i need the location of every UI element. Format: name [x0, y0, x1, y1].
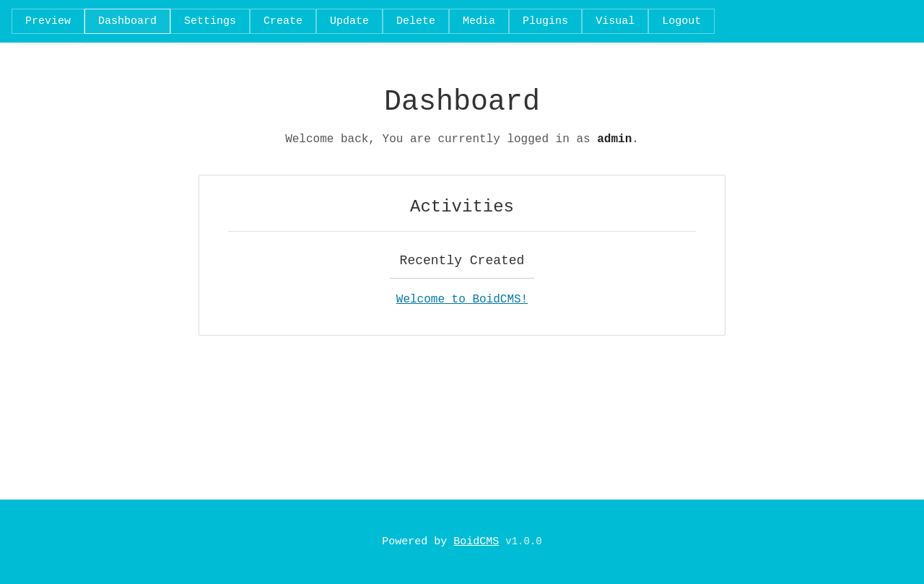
activities-divider [228, 231, 696, 232]
powered-by-text: Powered by [382, 536, 453, 548]
username: admin [597, 133, 632, 146]
recently-created-title: Recently Created [400, 253, 525, 268]
recent-items-list: Welcome to BoidCMS! [396, 293, 528, 306]
page-title: Dashboard [384, 86, 540, 118]
activities-title: Activities [228, 197, 696, 217]
footer-version: v1.0.0 [505, 536, 541, 547]
nav-item-dashboard[interactable]: Dashboard [84, 9, 170, 34]
nav-item-create[interactable]: Create [250, 9, 316, 34]
nav-item-logout[interactable]: Logout [648, 9, 715, 34]
welcome-prefix: Welcome back, You are currently logged i… [285, 133, 597, 146]
main-content: Dashboard Welcome back, You are currentl… [0, 43, 924, 500]
welcome-suffix: . [632, 133, 639, 146]
recent-item-link[interactable]: Welcome to BoidCMS! [396, 293, 528, 306]
activities-card: Activities Recently Created Welcome to B… [199, 175, 725, 336]
nav-item-media[interactable]: Media [449, 9, 509, 34]
recently-created-divider [390, 278, 534, 279]
welcome-message: Welcome back, You are currently logged i… [285, 133, 639, 146]
recently-created-section: Recently Created Welcome to BoidCMS! [228, 253, 696, 306]
nav-item-visual[interactable]: Visual [582, 9, 648, 34]
nav-item-update[interactable]: Update [316, 9, 383, 34]
main-nav: PreviewDashboardSettingsCreateUpdateDele… [0, 0, 924, 43]
site-footer: Powered by BoidCMS v1.0.0 [0, 500, 924, 584]
nav-item-settings[interactable]: Settings [170, 9, 250, 34]
nav-item-preview[interactable]: Preview [12, 9, 84, 34]
footer-text: Powered by BoidCMS v1.0.0 [14, 536, 910, 548]
nav-item-delete[interactable]: Delete [383, 9, 449, 34]
nav-item-plugins[interactable]: Plugins [509, 9, 582, 34]
footer-brand-link[interactable]: BoidCMS [453, 536, 499, 548]
